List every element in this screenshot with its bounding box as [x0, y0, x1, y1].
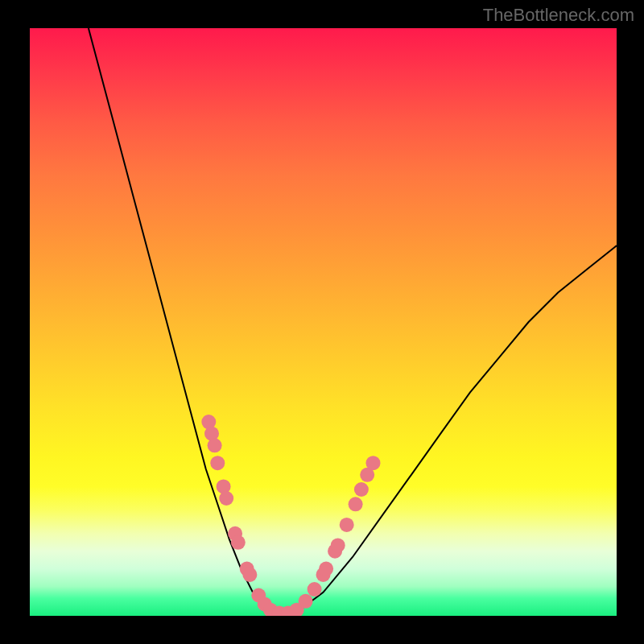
- curve-marker: [319, 562, 333, 576]
- curve-marker: [340, 518, 354, 532]
- chart-svg: [30, 28, 617, 616]
- curve-marker: [208, 438, 222, 452]
- watermark-text: TheBottleneck.com: [483, 5, 634, 26]
- curve-marker: [366, 456, 381, 470]
- curve-marker: [210, 456, 225, 470]
- curve-marker: [308, 582, 322, 597]
- chart-plot-area: [30, 28, 617, 616]
- curve-marker: [299, 594, 313, 609]
- curve-marker: [242, 568, 257, 582]
- curve-marker: [231, 535, 246, 550]
- curve-marker: [331, 538, 345, 552]
- curve-marker: [219, 491, 233, 506]
- curve-markers: [201, 415, 380, 616]
- curve-marker: [349, 497, 363, 511]
- curve-marker: [354, 482, 369, 497]
